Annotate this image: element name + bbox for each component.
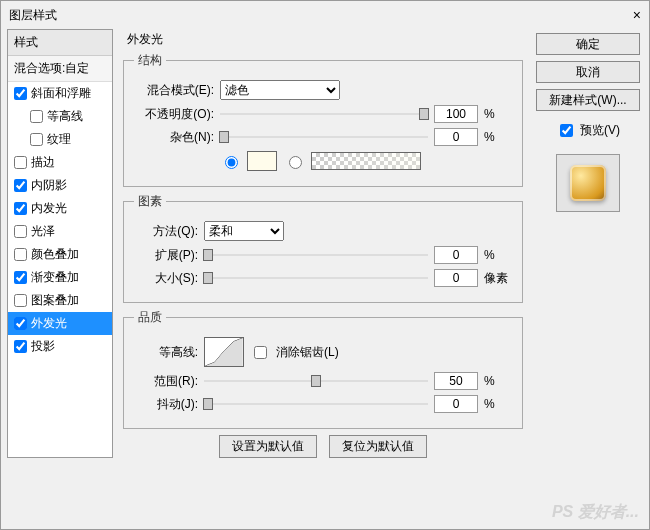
- jitter-slider[interactable]: [204, 396, 428, 412]
- style-checkbox[interactable]: [14, 317, 27, 330]
- style-item[interactable]: 内发光: [8, 197, 112, 220]
- structure-legend: 结构: [134, 52, 166, 69]
- style-checkbox[interactable]: [14, 271, 27, 284]
- watermark-text: PS 爱好者...: [552, 502, 639, 523]
- new-style-button[interactable]: 新建样式(W)...: [536, 89, 640, 111]
- set-default-button[interactable]: 设置为默认值: [219, 435, 317, 458]
- style-checkbox[interactable]: [30, 133, 43, 146]
- noise-slider[interactable]: [220, 129, 428, 145]
- style-label: 光泽: [31, 223, 55, 240]
- style-label: 颜色叠加: [31, 246, 79, 263]
- style-checkbox[interactable]: [30, 110, 43, 123]
- close-icon[interactable]: ×: [633, 1, 641, 29]
- settings-panel: 外发光 结构 混合模式(E): 滤色 不透明度(O): % 杂色(N):: [119, 29, 527, 458]
- style-label: 内发光: [31, 200, 67, 217]
- styles-list: 样式 混合选项:自定 斜面和浮雕等高线纹理描边内阴影内发光光泽颜色叠加渐变叠加图…: [7, 29, 113, 458]
- style-label: 斜面和浮雕: [31, 85, 91, 102]
- style-label: 外发光: [31, 315, 67, 332]
- quality-group: 品质 等高线: 消除锯齿(L) 范围(R): % 抖动(J):: [123, 309, 523, 429]
- noise-unit: %: [484, 130, 512, 144]
- titlebar: 图层样式 ×: [1, 1, 649, 29]
- size-label: 大小(S):: [134, 270, 198, 287]
- style-item[interactable]: 纹理: [8, 128, 112, 151]
- style-checkbox[interactable]: [14, 179, 27, 192]
- blend-mode-label: 混合模式(E):: [134, 82, 214, 99]
- spread-input[interactable]: [434, 246, 478, 264]
- style-label: 投影: [31, 338, 55, 355]
- size-input[interactable]: [434, 269, 478, 287]
- antialias-label: 消除锯齿(L): [276, 344, 339, 361]
- contour-picker[interactable]: [204, 337, 244, 367]
- style-checkbox[interactable]: [14, 294, 27, 307]
- range-label: 范围(R):: [134, 373, 198, 390]
- style-label: 图案叠加: [31, 292, 79, 309]
- style-item[interactable]: 内阴影: [8, 174, 112, 197]
- style-checkbox[interactable]: [14, 87, 27, 100]
- structure-group: 结构 混合模式(E): 滤色 不透明度(O): % 杂色(N): %: [123, 52, 523, 187]
- color-radio[interactable]: [225, 156, 238, 169]
- preview-checkbox[interactable]: [560, 124, 573, 137]
- style-label: 内阴影: [31, 177, 67, 194]
- preview-icon: [570, 165, 606, 201]
- style-item[interactable]: 描边: [8, 151, 112, 174]
- action-panel: 确定 取消 新建样式(W)... 预览(V): [533, 29, 643, 458]
- style-item[interactable]: 图案叠加: [8, 289, 112, 312]
- jitter-label: 抖动(J):: [134, 396, 198, 413]
- layer-style-dialog: 图层样式 × 样式 混合选项:自定 斜面和浮雕等高线纹理描边内阴影内发光光泽颜色…: [0, 0, 650, 530]
- style-item[interactable]: 斜面和浮雕: [8, 82, 112, 105]
- preview-thumbnail: [556, 154, 620, 212]
- style-checkbox[interactable]: [14, 248, 27, 261]
- gradient-swatch[interactable]: [311, 152, 421, 170]
- style-item[interactable]: 投影: [8, 335, 112, 358]
- reset-default-button[interactable]: 复位为默认值: [329, 435, 427, 458]
- noise-input[interactable]: [434, 128, 478, 146]
- range-input[interactable]: [434, 372, 478, 390]
- dialog-title: 图层样式: [9, 1, 57, 29]
- style-item[interactable]: 光泽: [8, 220, 112, 243]
- style-checkbox[interactable]: [14, 340, 27, 353]
- opacity-slider[interactable]: [220, 106, 428, 122]
- jitter-unit: %: [484, 397, 512, 411]
- preview-label: 预览(V): [580, 122, 620, 139]
- panel-title: 外发光: [127, 31, 523, 48]
- style-label: 等高线: [47, 108, 83, 125]
- blend-mode-select[interactable]: 滤色: [220, 80, 340, 100]
- contour-label: 等高线:: [134, 344, 198, 361]
- style-checkbox[interactable]: [14, 225, 27, 238]
- method-label: 方法(Q):: [134, 223, 198, 240]
- spread-label: 扩展(P):: [134, 247, 198, 264]
- style-item[interactable]: 等高线: [8, 105, 112, 128]
- elements-legend: 图素: [134, 193, 166, 210]
- blending-options[interactable]: 混合选项:自定: [8, 56, 112, 82]
- style-item[interactable]: 渐变叠加: [8, 266, 112, 289]
- style-label: 描边: [31, 154, 55, 171]
- style-checkbox[interactable]: [14, 202, 27, 215]
- size-unit: 像素: [484, 270, 512, 287]
- style-checkbox[interactable]: [14, 156, 27, 169]
- antialias-checkbox[interactable]: [254, 346, 267, 359]
- styles-header: 样式: [8, 30, 112, 56]
- spread-unit: %: [484, 248, 512, 262]
- style-item[interactable]: 外发光: [8, 312, 112, 335]
- spread-slider[interactable]: [204, 247, 428, 263]
- ok-button[interactable]: 确定: [536, 33, 640, 55]
- size-slider[interactable]: [204, 270, 428, 286]
- quality-legend: 品质: [134, 309, 166, 326]
- style-label: 渐变叠加: [31, 269, 79, 286]
- jitter-input[interactable]: [434, 395, 478, 413]
- style-label: 纹理: [47, 131, 71, 148]
- method-select[interactable]: 柔和: [204, 221, 284, 241]
- style-item[interactable]: 颜色叠加: [8, 243, 112, 266]
- opacity-input[interactable]: [434, 105, 478, 123]
- range-unit: %: [484, 374, 512, 388]
- noise-label: 杂色(N):: [134, 129, 214, 146]
- opacity-unit: %: [484, 107, 512, 121]
- cancel-button[interactable]: 取消: [536, 61, 640, 83]
- opacity-label: 不透明度(O):: [134, 106, 214, 123]
- color-swatch[interactable]: [247, 151, 277, 171]
- gradient-radio[interactable]: [289, 156, 302, 169]
- elements-group: 图素 方法(Q): 柔和 扩展(P): % 大小(S): 像素: [123, 193, 523, 303]
- range-slider[interactable]: [204, 373, 428, 389]
